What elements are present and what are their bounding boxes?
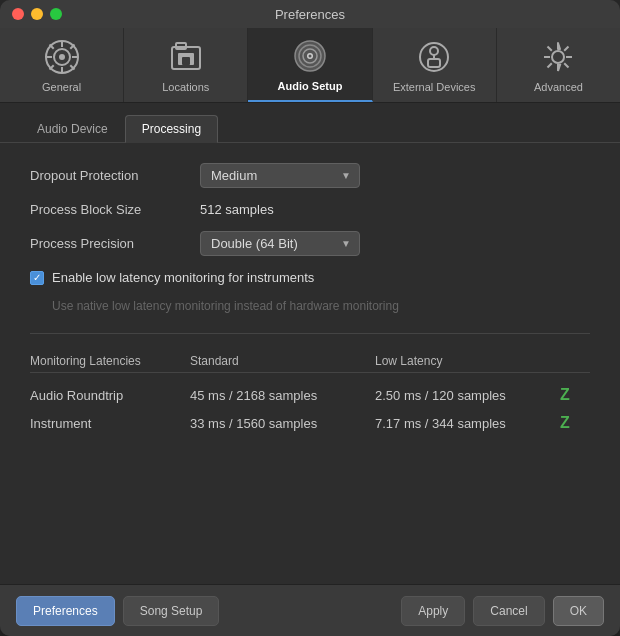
preferences-button[interactable]: Preferences [16, 596, 115, 626]
window-title: Preferences [275, 7, 345, 22]
row-0-standard: 45 ms / 2168 samples [190, 388, 375, 403]
table-row: Audio Roundtrip 45 ms / 2168 samples 2.5… [30, 381, 590, 409]
process-precision-dropdown[interactable]: Double (64 Bit) ▼ [200, 231, 360, 256]
dropdown-arrow-precision-icon: ▼ [341, 238, 351, 249]
general-icon [44, 39, 80, 75]
toolbar-general[interactable]: General [0, 28, 124, 102]
external-devices-icon [416, 39, 452, 75]
check-mark-icon: ✓ [33, 273, 41, 283]
bottom-bar: Preferences Song Setup Apply Cancel OK [0, 584, 620, 636]
toolbar-external-devices[interactable]: External Devices [373, 28, 497, 102]
audio-setup-label: Audio Setup [278, 80, 343, 92]
apply-button[interactable]: Apply [401, 596, 465, 626]
external-devices-label: External Devices [393, 81, 476, 93]
toolbar-advanced[interactable]: Advanced [497, 28, 620, 102]
window-controls [12, 8, 62, 20]
cancel-button[interactable]: Cancel [473, 596, 544, 626]
svg-point-24 [552, 51, 564, 63]
advanced-icon [540, 39, 576, 75]
process-block-size-row: Process Block Size 512 samples [30, 202, 590, 217]
dropout-protection-label: Dropout Protection [30, 168, 190, 183]
process-precision-row: Process Precision Double (64 Bit) ▼ [30, 231, 590, 256]
toolbar-locations[interactable]: Locations [124, 28, 248, 102]
header-name: Monitoring Latencies [30, 354, 190, 368]
svg-line-32 [548, 63, 552, 67]
row-1-low-latency: 7.17 ms / 344 samples [375, 416, 560, 431]
process-block-size-label: Process Block Size [30, 202, 190, 217]
process-block-size-value: 512 samples [200, 202, 274, 217]
row-0-z-icon: Z [560, 386, 590, 404]
content-area: Audio Device Processing Dropout Protecti… [0, 103, 620, 584]
locations-label: Locations [162, 81, 209, 93]
tab-audio-device[interactable]: Audio Device [20, 115, 125, 143]
native-monitoring-text: Use native low latency monitoring instea… [30, 299, 590, 313]
dropout-protection-dropdown[interactable]: Medium ▼ [200, 163, 360, 188]
svg-point-19 [309, 55, 312, 58]
low-latency-checkbox-label: Enable low latency monitoring for instru… [52, 270, 314, 285]
row-0-low-latency: 2.50 ms / 120 samples [375, 388, 560, 403]
svg-point-21 [430, 47, 438, 55]
titlebar: Preferences [0, 0, 620, 28]
header-low-latency: Low Latency [375, 354, 560, 368]
tabs-container: Audio Device Processing [0, 103, 620, 143]
row-1-name: Instrument [30, 416, 190, 431]
song-setup-button[interactable]: Song Setup [123, 596, 220, 626]
svg-line-30 [565, 63, 569, 67]
header-standard: Standard [190, 354, 375, 368]
audio-setup-icon [292, 38, 328, 74]
action-buttons: Apply Cancel OK [401, 596, 604, 626]
latency-table: Monitoring Latencies Standard Low Latenc… [30, 354, 590, 437]
processing-panel: Dropout Protection Medium ▼ Process Bloc… [0, 143, 620, 584]
svg-rect-14 [182, 57, 190, 65]
svg-line-29 [548, 47, 552, 51]
general-label: General [42, 81, 81, 93]
advanced-label: Advanced [534, 81, 583, 93]
low-latency-checkbox-row: ✓ Enable low latency monitoring for inst… [30, 270, 590, 285]
ok-button[interactable]: OK [553, 596, 604, 626]
tab-processing[interactable]: Processing [125, 115, 218, 143]
process-precision-label: Process Precision [30, 236, 190, 251]
row-0-name: Audio Roundtrip [30, 388, 190, 403]
minimize-button[interactable] [31, 8, 43, 20]
row-1-standard: 33 ms / 1560 samples [190, 416, 375, 431]
maximize-button[interactable] [50, 8, 62, 20]
preferences-window: Preferences General [0, 0, 620, 636]
toolbar-audio-setup[interactable]: Audio Setup [248, 28, 372, 102]
table-row: Instrument 33 ms / 1560 samples 7.17 ms … [30, 409, 590, 437]
latency-table-header: Monitoring Latencies Standard Low Latenc… [30, 354, 590, 373]
separator [30, 333, 590, 334]
svg-line-31 [565, 47, 569, 51]
dropdown-arrow-icon: ▼ [341, 170, 351, 181]
svg-point-2 [59, 54, 65, 60]
process-precision-value: Double (64 Bit) [211, 236, 335, 251]
toolbar: General Locations Audio Setup [0, 28, 620, 103]
dropout-protection-value: Medium [211, 168, 335, 183]
locations-icon [168, 39, 204, 75]
close-button[interactable] [12, 8, 24, 20]
header-icon-col [560, 354, 590, 368]
svg-rect-22 [428, 59, 440, 67]
row-1-z-icon: Z [560, 414, 590, 432]
dropout-protection-row: Dropout Protection Medium ▼ [30, 163, 590, 188]
low-latency-checkbox[interactable]: ✓ [30, 271, 44, 285]
